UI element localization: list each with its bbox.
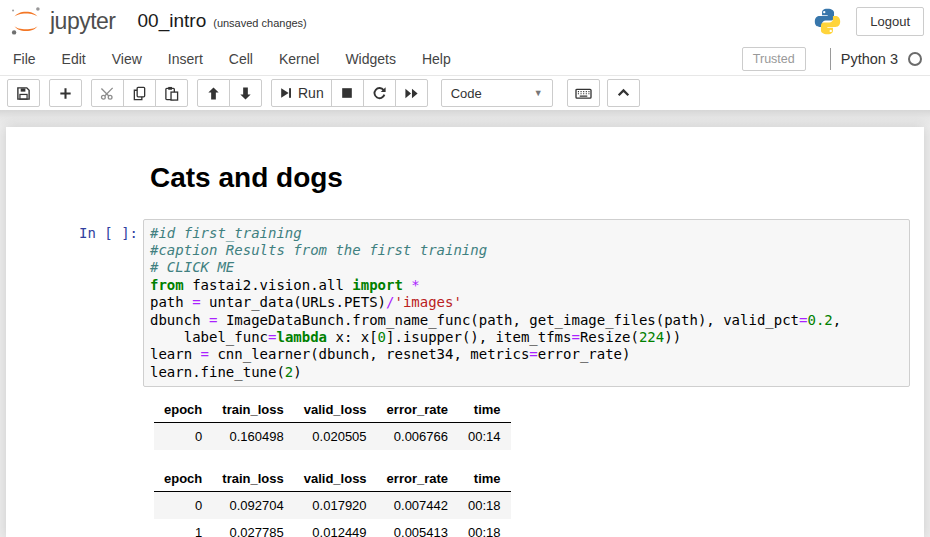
logout-button[interactable]: Logout [856,7,924,36]
code-line: from fastai2.vision.all import * [150,277,903,294]
paste-cell-button[interactable] [155,79,188,107]
stop-icon [340,86,354,100]
training-table-1: epochtrain_lossvalid_losserror_ratetime0… [154,397,511,450]
menu-bar: FileEditViewInsertCellKernelWidgetsHelp … [0,42,930,76]
column-header: epoch [154,397,212,423]
table-row: 00.1604980.0205050.00676600:14 [154,423,511,451]
toolbar: Run Code ▼ [0,76,930,110]
menu-item-widgets[interactable]: Widgets [332,43,409,75]
input-prompt: In [ ]: [6,219,143,388]
markdown-heading: Cats and dogs [150,161,924,195]
interrupt-kernel-button[interactable] [331,79,364,107]
menu-item-view[interactable]: View [99,43,155,75]
fast-forward-icon [404,86,419,101]
move-up-icon [206,86,221,101]
code-cell: In [ ]: #id first_training#caption Resul… [6,219,924,388]
menu-item-kernel[interactable]: Kernel [266,43,332,75]
code-line: learn = cnn_learner(dbunch, resnet34, me… [150,346,903,363]
jupyter-logo[interactable]: jupyter [8,4,116,38]
training-output-2: epochtrain_lossvalid_losserror_ratetime0… [154,466,924,537]
cell-type-value: Code [451,86,482,101]
keyboard-icon [575,86,592,101]
menu-item-edit[interactable]: Edit [49,43,99,75]
copy-cell-button[interactable] [123,79,156,107]
paste-icon [164,86,179,101]
restart-kernel-icon [372,86,387,101]
column-header: time [458,466,511,492]
command-palette-button[interactable] [567,79,600,107]
table-row: 00.0927040.0179200.00744200:18 [154,492,511,520]
output-area: epochtrain_lossvalid_losserror_ratetime0… [154,397,924,537]
column-header: error_rate [377,466,458,492]
code-line: learn.fine_tune(2) [150,364,903,381]
notebook-container: Cats and dogs In [ ]: #id first_training… [6,127,924,537]
jupyter-wordmark: jupyter [50,8,116,35]
column-header: time [458,397,511,423]
save-icon [16,86,31,101]
cut-icon [100,86,115,101]
jupyter-logo-icon [8,4,44,38]
step-forward-icon [279,86,293,100]
move-down-icon [238,86,253,101]
app-header: jupyter 00_intro (unsaved changes) Logou… [0,0,930,110]
chevron-down-icon: ▼ [534,88,543,98]
cut-cell-button[interactable] [91,79,124,107]
copy-icon [132,86,147,101]
menu-item-cell[interactable]: Cell [216,43,266,75]
trusted-badge[interactable]: Trusted [742,47,806,71]
column-header: error_rate [377,397,458,423]
add-cell-icon [58,86,73,101]
code-editor[interactable]: #id first_training#caption Results from … [143,219,910,388]
code-line: # CLICK ME [150,259,903,276]
save-button[interactable] [7,79,40,107]
kernel-idle-indicator-icon [908,52,922,66]
menu-list: FileEditViewInsertCellKernelWidgetsHelp [0,43,464,75]
menu-divider [830,48,831,70]
restart-kernel-button[interactable] [363,79,396,107]
code-line: label_func=lambda x: x[0].isupper(), ite… [150,329,903,346]
code-line: #caption Results from the first training [150,242,903,259]
column-header: valid_loss [294,466,377,492]
run-label: Run [298,85,324,101]
run-cell-button[interactable]: Run [271,79,332,107]
column-header: train_loss [212,397,293,423]
checkpoint-status: (unsaved changes) [213,17,307,29]
notebook-title[interactable]: 00_intro [138,10,207,32]
chevron-up-icon [616,86,631,100]
cell-type-select[interactable]: Code ▼ [441,79,553,107]
top-bar: jupyter 00_intro (unsaved changes) Logou… [0,0,930,42]
python-logo-icon [813,7,842,36]
insert-cell-below-button[interactable] [49,79,82,107]
column-header: train_loss [212,466,293,492]
move-cell-up-button[interactable] [197,79,230,107]
chevron-up-button[interactable] [607,79,640,107]
training-output-1: epochtrain_lossvalid_losserror_ratetime0… [154,397,924,450]
column-header: epoch [154,466,212,492]
restart-run-all-button[interactable] [395,79,428,107]
code-line: dbunch = ImageDataBunch.from_name_func(p… [150,312,903,329]
menu-item-help[interactable]: Help [409,43,464,75]
kernel-name: Python 3 [841,51,898,67]
markdown-cell[interactable]: Cats and dogs [6,161,924,195]
header-shadow [0,110,930,127]
table-row: 10.0277850.0124490.00541300:18 [154,519,511,537]
code-line: #id first_training [150,225,903,242]
column-header: valid_loss [294,397,377,423]
training-table-2: epochtrain_lossvalid_losserror_ratetime0… [154,466,511,537]
move-cell-down-button[interactable] [229,79,262,107]
menu-item-file[interactable]: File [0,43,49,75]
menu-item-insert[interactable]: Insert [155,43,216,75]
code-line: path = untar_data(URLs.PETS)/'images' [150,294,903,311]
